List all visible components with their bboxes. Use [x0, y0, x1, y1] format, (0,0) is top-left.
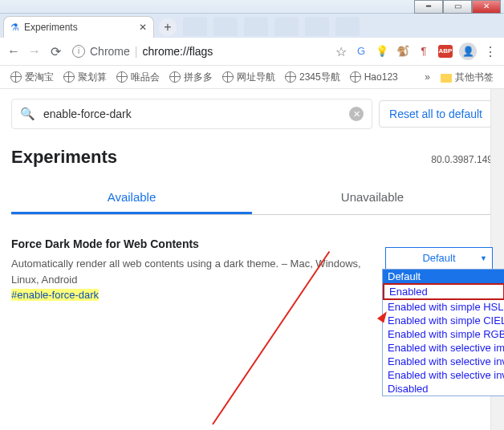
globe-icon	[63, 71, 75, 83]
dropdown-option[interactable]: Disabled	[383, 382, 504, 396]
bookmark-star-icon[interactable]: ☆	[334, 44, 348, 59]
menu-icon[interactable]: ⋮	[483, 44, 498, 59]
extension-bulb-icon[interactable]: 💡	[376, 45, 388, 58]
dropdown-option[interactable]: Enabled with selective inversion o	[383, 355, 504, 368]
close-tab-icon[interactable]: ✕	[139, 22, 147, 33]
bookmarks-bar: 爱淘宝 聚划算 唯品会 拼多多 网址导航 2345导航 Hao123 » 其他书…	[0, 66, 504, 89]
flag-dropdown: Default Enabled Enabled with simple HSL-…	[382, 269, 504, 396]
other-bookmarks[interactable]: 其他书签	[437, 71, 498, 84]
url-scheme: Chrome	[90, 45, 130, 58]
window-close[interactable]: ✕	[472, 0, 501, 14]
dropdown-option[interactable]: Enabled with simple CIELAB-bas	[383, 314, 504, 327]
search-icon: 🔍	[20, 107, 35, 121]
clear-search-icon[interactable]: ✕	[349, 107, 364, 121]
window-maximize[interactable]: ▭	[443, 0, 472, 14]
dropdown-option[interactable]: Enabled with simple HSL-based i	[383, 300, 504, 314]
back-button[interactable]: ←	[6, 44, 21, 59]
bookmark-item[interactable]: 爱淘宝	[6, 71, 58, 84]
globe-icon	[169, 71, 181, 83]
dropdown-option[interactable]: Enabled with selective image inv	[383, 341, 504, 355]
address-bar[interactable]: i Chrome | chrome://flags	[69, 45, 327, 58]
folder-icon	[441, 74, 452, 83]
bookmarks-overflow[interactable]: »	[425, 71, 430, 83]
window-minimize[interactable]: ━	[414, 0, 443, 14]
globe-icon	[10, 71, 22, 83]
bookmark-item[interactable]: 聚划算	[59, 71, 111, 84]
flag-title: Force Dark Mode for Web Contents	[11, 236, 376, 253]
page-title: Experiments	[11, 147, 117, 168]
version-text: 80.0.3987.149	[431, 154, 493, 165]
reset-all-button[interactable]: Reset all to default	[379, 100, 493, 128]
dropdown-option[interactable]: Default	[383, 270, 504, 283]
dropdown-option-highlighted[interactable]: Enabled	[383, 283, 504, 300]
bookmark-item[interactable]: 拼多多	[165, 71, 217, 84]
extension-pilcrow-icon[interactable]: ¶	[417, 45, 430, 58]
tab-available[interactable]: Available	[11, 182, 252, 214]
extension-monkey-icon[interactable]: 🐒	[396, 45, 409, 58]
bookmark-item[interactable]: 网址导航	[218, 71, 279, 84]
extension-google-icon[interactable]: G	[355, 45, 368, 58]
dropdown-option[interactable]: Enabled with selective inversion o	[383, 368, 504, 382]
bookmark-item[interactable]: 唯品会	[112, 71, 164, 84]
window-titlebar: ━ ▭ ✕	[0, 0, 504, 14]
site-info-icon[interactable]: i	[72, 45, 85, 58]
flags-search-box[interactable]: 🔍 ✕	[11, 99, 372, 129]
dropdown-option[interactable]: Enabled with simple RGB-based	[383, 327, 504, 341]
reload-button[interactable]: ⟳	[48, 44, 63, 59]
flag-select[interactable]: Default	[385, 247, 493, 270]
globe-icon	[222, 71, 234, 83]
bookmark-item[interactable]: Hao123	[346, 71, 402, 83]
url-text: chrome://flags	[142, 45, 213, 58]
new-tab-button[interactable]: +	[159, 18, 177, 36]
tab-title: Experiments	[24, 22, 78, 33]
globe-icon	[116, 71, 128, 83]
flag-anchor-link[interactable]: #enable-force-dark	[11, 289, 99, 301]
globe-icon	[285, 71, 296, 83]
flask-icon: ⚗	[10, 22, 19, 33]
extension-abp-icon[interactable]: ABP	[438, 45, 453, 58]
profile-avatar[interactable]: 👤	[459, 43, 477, 60]
background-tabs	[183, 17, 360, 36]
forward-button[interactable]: →	[27, 44, 42, 59]
bookmark-item[interactable]: 2345导航	[281, 71, 344, 84]
flags-search-input[interactable]	[42, 107, 343, 121]
globe-icon	[350, 71, 361, 83]
tab-strip: ⚗ Experiments ✕ +	[0, 14, 504, 38]
browser-tab-active[interactable]: ⚗ Experiments ✕	[3, 16, 154, 38]
tab-unavailable[interactable]: Unavailable	[252, 182, 493, 214]
